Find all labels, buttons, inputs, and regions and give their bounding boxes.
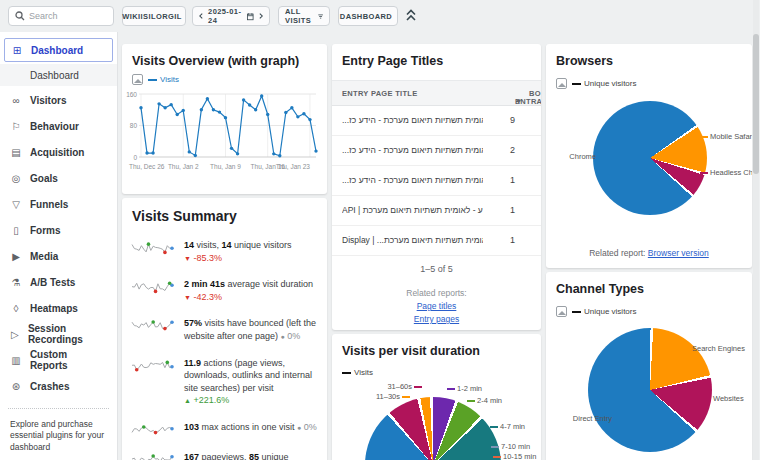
sidebar-item-label: Goals (30, 173, 58, 184)
sidebar-item-a-b-tests[interactable]: ⚗A/B Tests (0, 270, 117, 294)
entry-page-titles-card: Entry Page Titles ENTRY PAGE TITLE ▼ ENT… (332, 44, 541, 330)
entrances-value-cell: 9 (510, 115, 515, 125)
entrances-value-cell: 1 (510, 175, 515, 185)
dashboard-icon: ⊞ (11, 45, 23, 56)
sidebar-item-behaviour[interactable]: ⚐Behaviour (0, 114, 117, 138)
summary-row: 167 pageviews, 85 unique pageviews ▼ -52… (122, 444, 327, 460)
entry-pages-link[interactable]: Entry pages (332, 314, 541, 324)
pie-slice-label-chrome: Chrome (569, 152, 608, 161)
summary-row: 2 min 41s average visit duration ▼ -42.3… (122, 271, 327, 310)
table-row[interactable]: Display | ...לאומית תשתיות תיאום מערכת 1 (332, 226, 541, 256)
sparkline (130, 451, 176, 460)
page-titles-link[interactable]: Page titles (332, 301, 541, 311)
export-image-icon[interactable] (556, 78, 567, 89)
pie-slice-label-2-4-min: 2-4 min (465, 396, 502, 405)
visit-duration-title: Visits per visit duration (332, 334, 541, 362)
pagination-label: 1–5 of 5 (332, 256, 541, 278)
visits-summary-card: Visits Summary 14 visits, 14 unique visi… (122, 198, 327, 460)
sidebar-item-goals[interactable]: ◎Goals (0, 166, 117, 190)
matomo-dashboard: WIKIISILORGIL 2025-01-24 ALL VISITS DASH… (0, 0, 760, 460)
sidebar-item-dashboard[interactable]: Dashboard (0, 64, 117, 86)
sparkline (130, 239, 176, 255)
sidebar-item-visitors[interactable]: ∞Visitors (0, 88, 117, 112)
pie-slice-label-mobile-safari: Mobile Safari (698, 132, 752, 141)
export-image-icon[interactable] (132, 74, 143, 85)
browsers-card: Browsers Unique visitors Related report:… (546, 44, 752, 268)
svg-text:160: 160 (126, 91, 137, 98)
visit-duration-pie-chart[interactable] (365, 397, 501, 460)
entry-page-title-cell[interactable]: ...לאומית תשתיות תיאום מערכת - הידע כז (342, 115, 483, 125)
svg-text:Thu, Jan 23: Thu, Jan 23 (276, 163, 311, 170)
sidebar-item-heatmaps[interactable]: ◊Heatmaps (0, 296, 117, 320)
browsers-pie-chart[interactable] (593, 101, 707, 215)
custom-reports-icon: ▥ (10, 355, 22, 366)
sidebar-item-label: Dashboard (30, 70, 79, 81)
sidebar-item-session-recordings[interactable]: ▷Session Recordings (0, 322, 117, 346)
channels-legend[interactable]: Unique visitors (572, 307, 636, 316)
trend-indicator: ▲ +221.6% (184, 395, 229, 405)
search-icon (15, 11, 25, 21)
entry-page-title-cell[interactable]: ...לאומית תשתיות תיאום מערכת - הידע כז (342, 145, 483, 155)
sparkline (130, 317, 176, 333)
site-selector-label: WIKIISILORGIL (122, 12, 181, 21)
svg-text:80: 80 (130, 122, 138, 129)
entry-page-titles-title: Entry Page Titles (332, 44, 541, 72)
table-row[interactable]: ...לאומית תשתיות תיאום מערכת - הידע כז 2 (332, 136, 541, 166)
forms-icon: ▯ (10, 225, 22, 236)
sidebar-item-dashboard[interactable]: ⊞Dashboard (4, 38, 113, 62)
pie-slice-label-7-10-min: 7-10 min (489, 442, 530, 451)
sparkline (130, 421, 176, 437)
sidebar-item-forms[interactable]: ▯Forms (0, 218, 117, 242)
site-selector-button[interactable]: WIKIISILORGIL (122, 6, 186, 26)
calendar-icon (247, 12, 254, 21)
duration-legend[interactable]: Visits (342, 368, 373, 377)
visits-evolution-chart[interactable]: 080160Thu, Dec 26Thu, Jan 2Thu, Jan 9Thu… (124, 87, 321, 179)
sidebar-item-label: Acquisition (30, 147, 84, 158)
summary-text: 167 pageviews, 85 unique pageviews ▼ -52… (184, 451, 317, 460)
entry-page-title-cell[interactable]: API | ע - לאומית תשתיות תיאום מערכת... (342, 205, 483, 215)
dashboard-selector-button[interactable]: DASHBOARD (338, 6, 398, 26)
browsers-legend[interactable]: Unique visitors (572, 79, 636, 88)
ab-tests-icon: ⚗ (10, 277, 22, 288)
svg-text:Thu, Jan 9: Thu, Jan 9 (210, 163, 241, 170)
column-header-entry-page-title[interactable]: ENTRY PAGE TITLE (342, 89, 418, 98)
sidebar-footer-text: Explore and purchase essential plugins f… (0, 417, 117, 455)
sidebar-item-label: Crashes (30, 381, 69, 392)
search-input-wrap[interactable] (8, 6, 114, 26)
collapse-topbar-icon[interactable] (406, 9, 416, 22)
sidebar-item-media[interactable]: ▶Media (0, 244, 117, 268)
entry-page-title-cell[interactable]: ...לאומית תשתיות תיאום מערכת - הידע כז (342, 175, 483, 185)
sidebar-item-custom-reports[interactable]: ▥Custom Reports (0, 348, 117, 372)
media-icon: ▶ (10, 251, 22, 262)
browser-version-link[interactable]: Browser version (648, 248, 709, 258)
segment-selector-button[interactable]: ALL VISITS (278, 6, 330, 26)
visits-overview-title: Visits Overview (with graph) (122, 44, 327, 72)
sidebar-item-crashes[interactable]: ⊛Crashes (0, 374, 117, 398)
entry-page-title-cell[interactable]: Display | ...לאומית תשתיות תיאום מערכת (342, 235, 483, 245)
chevron-right-icon[interactable] (259, 12, 263, 20)
summary-text: 14 visits, 14 unique visitors ▼ -85.3% (184, 239, 317, 264)
page-scrollbar-thumb[interactable] (753, 34, 759, 174)
chevron-left-icon[interactable] (199, 12, 203, 20)
summary-text: 2 min 41s average visit duration ▼ -42.3… (184, 278, 317, 303)
pie-slice-label-search-engines: Search Engines (680, 344, 745, 353)
svg-text:0: 0 (133, 154, 137, 161)
visits-summary-title: Visits Summary (122, 198, 327, 232)
table-row[interactable]: ...לאומית תשתיות תיאום מערכת - הידע כז 9 (332, 106, 541, 136)
top-bar: WIKIISILORGIL 2025-01-24 ALL VISITS DASH… (0, 0, 760, 32)
visits-legend[interactable]: Visits (148, 75, 179, 84)
summary-row: 103 max actions in one visit ● 0% (122, 414, 327, 444)
table-row[interactable]: API | ע - לאומית תשתיות תיאום מערכת... 1 (332, 196, 541, 226)
date-range-button[interactable]: 2025-01-24 (192, 6, 270, 26)
sidebar-item-funnels[interactable]: ▽Funnels (0, 192, 117, 216)
summary-text: 57% visits have bounced (left the websit… (184, 317, 317, 342)
search-input[interactable] (29, 11, 99, 21)
export-image-icon[interactable] (556, 306, 567, 317)
table-row[interactable]: ...לאומית תשתיות תיאום מערכת - הידע כז 1 (332, 166, 541, 196)
pie-slice-label-1-2-min: 1-2 min (445, 384, 482, 393)
column-header-bounces-clipped[interactable]: BO (529, 89, 541, 98)
funnels-icon: ▽ (10, 199, 22, 210)
segment-label: ALL VISITS (285, 7, 314, 25)
sidebar-item-acquisition[interactable]: ▤Acquisition (0, 140, 117, 164)
visits-overview-card: Visits Overview (with graph) Visits 0801… (122, 44, 327, 194)
